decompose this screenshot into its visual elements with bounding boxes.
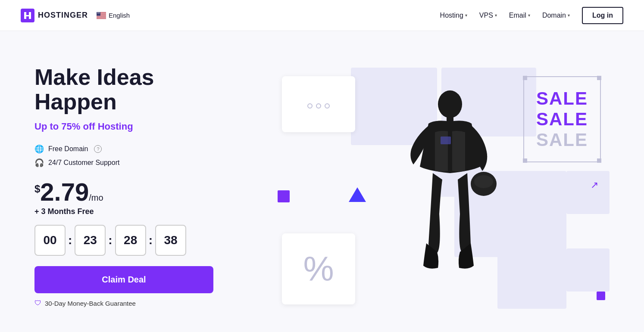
nav-domain[interactable]: Domain ▾: [542, 12, 570, 19]
accent-square-1: [278, 190, 290, 202]
nav-left: HOSTINGER English: [21, 9, 130, 22]
nav-hosting[interactable]: Hosting ▾: [440, 12, 467, 19]
flag-icon: [97, 12, 106, 19]
guarantee-row: 🛡 30-Day Money-Back Guarantee: [34, 299, 241, 307]
hero-title: Make Ideas Happen: [34, 65, 241, 114]
percent-box: %: [282, 233, 355, 304]
price-display: $ 2.79 /mo: [34, 180, 241, 205]
chevron-down-icon: ▾: [528, 13, 530, 18]
subtitle-highlight: 75%: [61, 121, 80, 132]
sale-text-1: SALE: [536, 89, 588, 109]
feature-list: 🌐 Free Domain ? 🎧 24/7 Customer Support: [34, 144, 241, 168]
dot-3: [325, 103, 330, 109]
nav-vps[interactable]: VPS ▾: [479, 12, 497, 19]
corner-anchor-br: [597, 158, 601, 163]
corner-anchor-bl: [523, 158, 527, 163]
nav-email[interactable]: Email ▾: [509, 12, 530, 19]
sale-text-3: SALE: [536, 130, 588, 150]
svg-point-9: [97, 12, 97, 12]
navbar: HOSTINGER English: [0, 0, 644, 31]
brand-name: HOSTINGER: [38, 11, 88, 20]
login-button[interactable]: Log in: [582, 7, 623, 24]
feature-support: 🎧 24/7 Customer Support: [34, 158, 241, 168]
svg-rect-7: [97, 18, 106, 18]
price-value: 2.79: [40, 180, 89, 205]
language-label: English: [109, 12, 130, 19]
logo-icon: [21, 9, 34, 22]
price-currency: $: [34, 183, 40, 195]
svg-point-16: [99, 13, 99, 13]
feature-free-domain: 🌐 Free Domain ?: [34, 144, 241, 154]
browser-dots: [307, 103, 330, 109]
dot-2: [316, 103, 321, 109]
hero-section: Make Ideas Happen Up to 75% off Hosting …: [0, 31, 644, 332]
svg-point-13: [100, 12, 100, 12]
globe-icon: 🌐: [34, 144, 44, 154]
person-illustration: [360, 68, 523, 304]
question-icon[interactable]: ?: [94, 145, 102, 153]
hero-content: Make Ideas Happen Up to 75% off Hosting …: [34, 65, 241, 307]
hero-subtitle: Up to 75% off Hosting: [34, 121, 241, 132]
countdown-timer: 00 : 23 : 28 : 38: [34, 225, 241, 256]
svg-point-21: [474, 175, 493, 188]
shield-icon: 🛡: [34, 299, 41, 307]
claim-deal-button[interactable]: Claim Deal: [34, 266, 213, 293]
timer-colon: :: [149, 233, 153, 247]
svg-rect-5: [97, 16, 106, 16]
price-period: /mo: [89, 193, 103, 203]
corner-anchor-tr: [597, 76, 601, 80]
corner-anchor-tl: [523, 76, 527, 80]
accent-square-2: [597, 292, 605, 300]
feature-label: 24/7 Customer Support: [48, 159, 119, 167]
bg-block-small-right: [566, 171, 610, 214]
svg-point-14: [97, 13, 98, 13]
browser-mockup: [282, 76, 355, 132]
feature-label: Free Domain: [48, 145, 88, 153]
timer-colon: :: [68, 233, 72, 247]
logo[interactable]: HOSTINGER: [21, 9, 88, 22]
person-svg: [368, 81, 515, 304]
months-free-label: + 3 Months Free: [34, 207, 241, 216]
headset-icon: 🎧: [34, 158, 44, 168]
svg-rect-6: [97, 17, 106, 17]
chevron-down-icon: ▾: [495, 13, 497, 18]
percent-symbol: %: [303, 252, 334, 286]
timer-seconds: 28: [115, 225, 146, 256]
guarantee-text: 30-Day Money-Back Guarantee: [45, 300, 136, 307]
svg-point-10: [98, 12, 98, 12]
svg-point-17: [99, 13, 100, 13]
nav-right: Hosting ▾ VPS ▾ Email ▾ Domain ▾ Log in: [440, 7, 623, 24]
svg-point-15: [98, 13, 98, 13]
svg-point-12: [99, 12, 100, 12]
subtitle-suffix: off Hosting: [80, 121, 133, 132]
subtitle-prefix: Up to: [34, 121, 61, 132]
language-selector[interactable]: English: [97, 12, 130, 19]
timer-colon: :: [108, 233, 112, 247]
bg-block-bottom-right: [566, 248, 610, 292]
dot-1: [307, 103, 313, 109]
sale-text-2: SALE: [536, 109, 588, 129]
timer-hours: 00: [34, 225, 66, 256]
svg-point-18: [438, 90, 462, 118]
hero-illustration: % SALE SALE SALE ↗: [273, 68, 610, 304]
timer-centiseconds: 38: [155, 225, 186, 256]
sale-box: SALE SALE SALE ↗: [523, 76, 601, 162]
timer-minutes: 23: [75, 225, 106, 256]
chevron-down-icon: ▾: [568, 13, 570, 18]
svg-point-11: [98, 12, 99, 12]
svg-rect-22: [441, 137, 451, 144]
chevron-down-icon: ▾: [465, 13, 467, 18]
